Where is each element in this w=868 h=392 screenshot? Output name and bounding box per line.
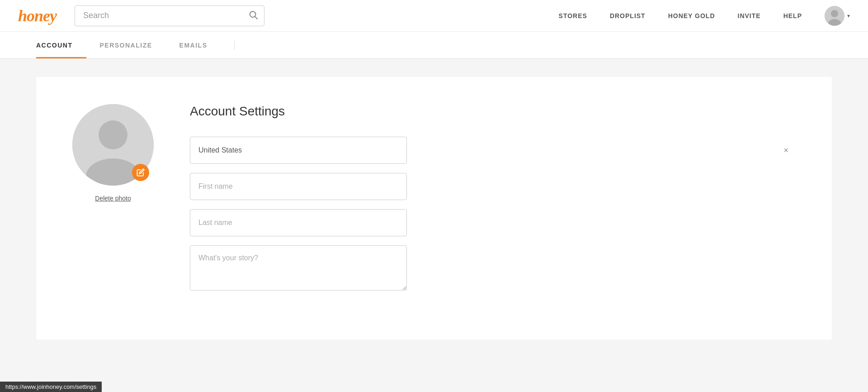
tab-emails[interactable]: EMAILS (179, 32, 221, 58)
delete-photo-link[interactable]: Delete photo (95, 195, 131, 202)
story-field (190, 245, 796, 292)
first-name-field (190, 173, 796, 200)
status-bar: https://www.joinhoney.com/settings (0, 382, 102, 392)
avatar-section: Delete photo (72, 104, 154, 312)
nav-invite[interactable]: INVITE (738, 12, 761, 19)
nav-droplist[interactable]: DROPLIST (610, 12, 646, 19)
country-field: × (190, 137, 796, 164)
last-name-input[interactable] (190, 209, 407, 236)
story-textarea[interactable] (190, 245, 407, 291)
search-container (75, 5, 264, 26)
country-input[interactable] (190, 137, 407, 164)
tab-personalize[interactable]: PERSONALIZE (100, 32, 166, 58)
logo: honey (18, 6, 57, 25)
settings-card: Delete photo Account Settings × (36, 77, 832, 339)
svg-point-3 (831, 10, 838, 17)
clear-country-icon[interactable]: × (783, 146, 788, 155)
user-dropdown-arrow: ▾ (847, 13, 850, 19)
main-content: Delete photo Account Settings × (0, 59, 868, 358)
svg-point-6 (99, 120, 127, 149)
nav-honey-gold[interactable]: HONEY GOLD (668, 12, 715, 19)
nav: STORES DROPLIST HONEY GOLD INVITE HELP ▾ (559, 6, 850, 26)
svg-line-1 (255, 16, 257, 19)
tab-divider (234, 41, 235, 50)
form-section: Account Settings × (190, 104, 796, 312)
tab-account[interactable]: ACCOUNT (36, 32, 86, 58)
user-avatar (825, 6, 844, 26)
first-name-input[interactable] (190, 173, 407, 200)
tabs-container: ACCOUNT PERSONALIZE EMAILS (0, 32, 868, 59)
user-dropdown[interactable]: ▾ (825, 6, 850, 26)
nav-stores[interactable]: STORES (559, 12, 587, 19)
tabs: ACCOUNT PERSONALIZE EMAILS (36, 32, 832, 58)
edit-avatar-button[interactable] (132, 164, 149, 181)
profile-avatar (72, 104, 154, 186)
last-name-field (190, 209, 796, 236)
header: honey STORES DROPLIST HONEY GOLD INVITE … (0, 0, 868, 32)
form-title: Account Settings (190, 104, 796, 119)
nav-help[interactable]: HELP (783, 12, 802, 19)
search-icon (248, 10, 258, 22)
search-input[interactable] (75, 5, 264, 26)
